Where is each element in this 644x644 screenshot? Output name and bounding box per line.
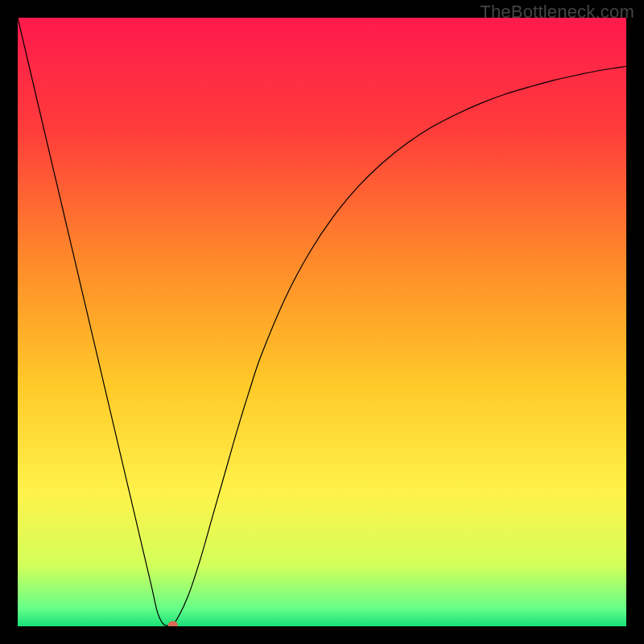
bottleneck-chart [18,18,626,626]
gradient-background [18,18,626,626]
plot-area [18,18,626,626]
watermark-text: TheBottleneck.com [480,2,634,23]
chart-frame: TheBottleneck.com [0,0,644,644]
